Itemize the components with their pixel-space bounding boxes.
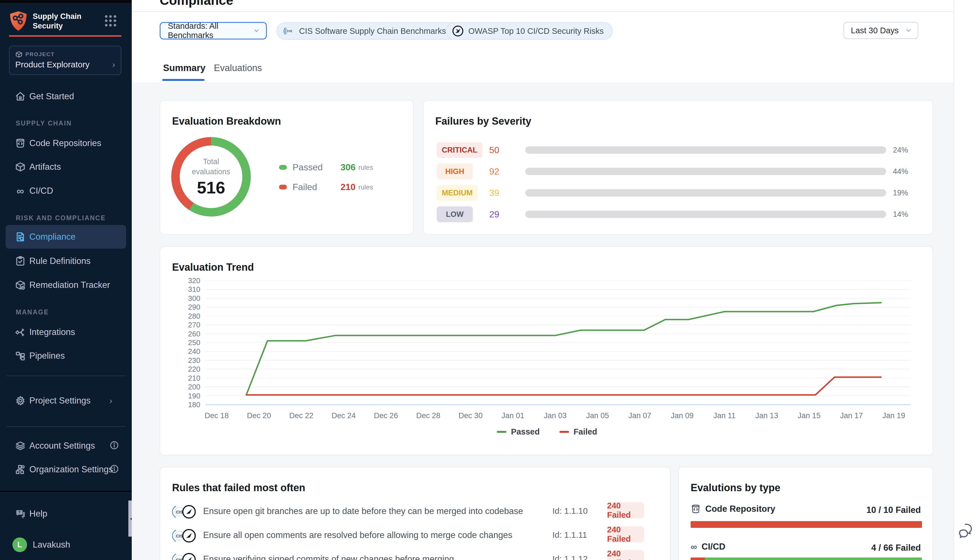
svg-text:Dec 20: Dec 20 — [247, 412, 271, 420]
gear-icon — [15, 395, 26, 406]
project-name: Product Exploratory — [15, 60, 89, 69]
shield-logo-icon — [9, 11, 28, 32]
svg-text:Jan 01: Jan 01 — [501, 412, 524, 420]
sidebar-section-supply-chain: SUPPLY CHAIN — [16, 120, 72, 127]
help-chat-icon: ? — [15, 508, 26, 519]
severity-percent: 19% — [893, 185, 918, 201]
rule-id: Id: 1.1.11 — [553, 530, 603, 540]
svg-text:250: 250 — [188, 338, 200, 347]
severity-bar — [525, 189, 886, 197]
severity-bar — [525, 211, 886, 218]
type-bar-cicd — [691, 557, 922, 560]
sidebar: Supply Chain Security PROJECT Product Ex… — [0, 0, 132, 560]
svg-text:Jan 07: Jan 07 — [628, 412, 651, 420]
svg-text:Jan 17: Jan 17 — [840, 412, 863, 420]
sidebar-item-code-repositories[interactable]: Code Repositories — [0, 132, 132, 155]
severity-row-low: LOW 29 14% — [424, 207, 934, 222]
severity-bar — [525, 168, 886, 175]
cube-icon — [15, 51, 23, 58]
pipelines-icon — [15, 350, 26, 362]
sidebar-item-help[interactable]: ? Help — [0, 502, 132, 526]
sidebar-user[interactable]: L Lavakush — [0, 533, 132, 557]
info-icon[interactable] — [109, 440, 119, 451]
tab-evaluations[interactable]: Evaluations — [214, 63, 262, 73]
rule-row[interactable]: CIS Ensure verifying signed commits of n… — [160, 550, 671, 560]
user-name: Lavakush — [33, 540, 70, 550]
header-divider — [132, 11, 953, 12]
svg-text:?: ? — [18, 510, 21, 514]
integrations-icon — [15, 327, 26, 338]
sidebar-item-remediation-tracker[interactable]: Remediation Tracker — [0, 273, 132, 297]
sidebar-item-organization-settings[interactable]: Organization Settings — [0, 458, 132, 481]
type-label-cicd: ∞ CI/CD — [691, 542, 725, 552]
trend-legend: Passed Failed — [160, 427, 934, 437]
rule-row[interactable]: CIS Ensure open git branches are up to d… — [160, 502, 671, 522]
tab-summary[interactable]: Summary — [163, 63, 205, 73]
sidebar-item-integrations[interactable]: Integrations — [0, 320, 132, 344]
severity-count: 39 — [479, 185, 510, 201]
svg-text:300: 300 — [188, 294, 200, 303]
app-grid-icon[interactable] — [105, 15, 116, 27]
chevron-down-icon — [253, 27, 260, 34]
donut-center-label: Total evaluations — [189, 157, 234, 177]
brand-accent-rule — [9, 35, 121, 37]
sidebar-item-project-settings[interactable]: Project Settings › — [0, 389, 132, 413]
svg-text:CIS: CIS — [176, 510, 183, 514]
svg-text:Dec 18: Dec 18 — [205, 412, 229, 420]
standards-filter-dropdown[interactable]: Standards: All Benchmarks — [160, 22, 267, 40]
sidebar-item-cicd[interactable]: ∞ CI/CD — [0, 179, 132, 203]
compliance-doc-icon — [15, 231, 26, 242]
chip-cis-benchmark[interactable]: CIS CIS Software Supply Chain Benchmarks… — [277, 22, 469, 40]
type-bar-code-repository — [691, 521, 922, 528]
sidebar-item-compliance[interactable]: Compliance — [0, 225, 132, 249]
svg-text:Dec 24: Dec 24 — [332, 412, 356, 420]
severity-count: 92 — [479, 163, 510, 179]
svg-text:190: 190 — [188, 392, 200, 400]
org-chart-gear-icon — [15, 464, 26, 475]
app-logo: Supply Chain Security — [9, 11, 82, 32]
card-title: Failures by Severity — [435, 115, 531, 127]
legend-failed-row: Failed 210 rules — [279, 182, 373, 192]
chat-help-icon[interactable] — [958, 522, 974, 539]
sidebar-divider — [6, 376, 125, 376]
severity-bar — [525, 146, 886, 154]
svg-text:Dec 22: Dec 22 — [289, 412, 314, 420]
card-title: Evalutions by type — [691, 482, 780, 494]
date-range-dropdown[interactable]: Last 30 Days — [843, 22, 918, 39]
evaluation-trend-card: Evaluation Trend 18019020021022023024025… — [160, 246, 933, 455]
project-label: PROJECT — [25, 51, 55, 58]
svg-text:Jan 19: Jan 19 — [882, 412, 905, 420]
severity-row-medium: MEDIUM 39 19% — [424, 185, 934, 201]
chip-owasp-top10[interactable]: OWASP Top 10 CI/CD Security Risks — [446, 22, 613, 40]
code-repository-icon — [15, 138, 26, 149]
failed-dot — [279, 185, 287, 190]
card-title: Evaluation Breakdown — [172, 115, 281, 127]
rule-row[interactable]: CIS Ensure all open comments are resolve… — [160, 526, 671, 547]
sidebar-item-artifacts[interactable]: Artifacts — [0, 155, 132, 179]
severity-badge: HIGH — [437, 163, 473, 179]
sidebar-bottom-divider — [0, 491, 132, 492]
card-title: Rules that failed most often — [172, 482, 305, 494]
sidebar-section-risk-compliance: RISK AND COMPLIANCE — [16, 214, 106, 222]
svg-text:CIS: CIS — [176, 557, 183, 560]
project-selector[interactable]: PROJECT Product Exploratory › — [9, 46, 121, 75]
sidebar-item-pipelines[interactable]: Pipelines — [0, 344, 132, 368]
sidebar-item-get-started[interactable]: Get Started — [0, 85, 132, 108]
sidebar-item-rule-definitions[interactable]: Rule Definitions — [0, 249, 132, 273]
sidebar-item-account-settings[interactable]: Account Settings — [0, 434, 132, 458]
svg-text:320: 320 — [188, 276, 200, 285]
legend-passed-row: Passed 306 rules — [279, 162, 373, 173]
severity-percent: 24% — [893, 142, 918, 158]
severity-count: 29 — [479, 207, 510, 222]
svg-text:200: 200 — [188, 383, 200, 391]
svg-text:Jan 09: Jan 09 — [671, 412, 693, 420]
rule-id: Id: 1.1.12 — [553, 554, 603, 560]
page-header: Compliance Standards: All Benchmarks CIS… — [132, 0, 953, 82]
code-repository-icon — [691, 504, 701, 514]
severity-badge: MEDIUM — [437, 185, 478, 201]
evaluation-donut-chart: Total evaluations 516 — [171, 137, 251, 217]
card-title: Evaluation Trend — [172, 262, 254, 273]
svg-text:220: 220 — [188, 365, 200, 373]
svg-text:260: 260 — [188, 330, 200, 338]
info-icon[interactable] — [109, 464, 119, 475]
